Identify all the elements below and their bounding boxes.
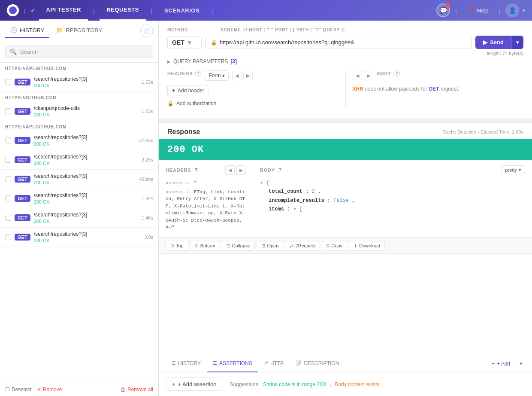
- assertions-panel: + + Add assertion Suggestions: Status co…: [159, 372, 532, 396]
- res-next-arrow-button[interactable]: ▶: [236, 165, 246, 175]
- tab-history[interactable]: ☰ HISTORY: [166, 355, 207, 372]
- body-help-icon[interactable]: ?: [394, 70, 400, 76]
- checkbox-icon: ☐: [5, 387, 10, 393]
- add-header-button[interactable]: + Add header: [167, 85, 209, 96]
- sidebar-tab-history[interactable]: 🕒 HISTORY: [5, 24, 49, 38]
- list-item[interactable]: GET /search/repositories?[3] 200 OK 372m…: [0, 131, 158, 150]
- search-input[interactable]: [20, 49, 148, 55]
- suggestion-status-code[interactable]: Status code is in range 2XX: [263, 381, 326, 387]
- list-item[interactable]: GET /search/repositories?[3] 200 OK 463m…: [0, 170, 158, 189]
- res-prev-arrow-button[interactable]: ◀: [225, 165, 235, 175]
- tab-http[interactable]: ⇄ HTTP: [258, 355, 290, 372]
- send-button[interactable]: ▶ Send: [475, 36, 511, 49]
- nav-api-tester[interactable]: API TESTER: [39, 0, 88, 21]
- toolbar-collapse-button[interactable]: ⊟ Collapse: [222, 241, 255, 251]
- sidebar-tab-repository[interactable]: 📁 REPOSITORY: [51, 24, 107, 38]
- add-button[interactable]: + + Add: [488, 359, 514, 369]
- request-time: 1.46s: [142, 215, 153, 220]
- logo[interactable]: [7, 4, 19, 16]
- response-body-code: ▾ { total_count : 2 , incomplete_results: [260, 179, 525, 214]
- user-avatar[interactable]: 👤: [505, 3, 519, 17]
- suggestion-body-content[interactable]: Body content exists: [335, 381, 379, 387]
- remove-button[interactable]: ✕ Remove: [37, 387, 62, 393]
- tab-assertions[interactable]: ☰ ASSERTIONS: [207, 355, 258, 372]
- items-arrow-icon[interactable]: ▾: [293, 206, 296, 212]
- history-tab-icon: ☰: [172, 360, 176, 366]
- list-item[interactable]: GET /search/repositories?[3] 200 OK 2.29…: [0, 150, 158, 170]
- res-body-help-icon[interactable]: ?: [278, 167, 281, 173]
- header-row: access-c… ETag, Link, Location, Retry-Af…: [166, 189, 246, 231]
- toolbar-2request-button[interactable]: ⇄ 2Request: [285, 241, 320, 251]
- list-item[interactable]: GET /search/repositories?[3] 200 OK 1.63…: [0, 73, 158, 92]
- request-info: /search/repositories?[3] 200 OK: [34, 134, 136, 146]
- list-item[interactable]: GET /search/repositories?[3] 200 OK 3.8s: [0, 228, 158, 247]
- next-arrow-button[interactable]: ▶: [243, 71, 253, 80]
- nav-requests[interactable]: REQUESTS: [100, 0, 146, 21]
- res-headers-help-icon[interactable]: ?: [194, 167, 197, 174]
- toolbar-top-button[interactable]: ⊙ Top: [166, 241, 188, 251]
- logo-inner: [9, 6, 17, 14]
- request-info: /search/repositories?[3] 200 OK: [34, 192, 138, 204]
- sidebar-action-button[interactable]: 📄: [140, 24, 153, 37]
- list-item[interactable]: GET /search/repositories?[3] 200 OK 1.46…: [0, 208, 158, 228]
- method-badge: GET: [15, 137, 30, 144]
- assertions-tab-icon: ☰: [213, 360, 217, 366]
- item-checkbox[interactable]: [5, 176, 11, 182]
- sidebar: 🕒 HISTORY 📁 REPOSITORY 📄 🔍 HTTPS://API.G…: [0, 21, 159, 396]
- add-assertion-button[interactable]: + + Add assertion: [166, 378, 223, 391]
- toolbar-copy-button[interactable]: ⎘ Copy: [322, 241, 347, 250]
- help-button[interactable]: ❓ Help: [462, 7, 494, 14]
- body-next-arrow-button[interactable]: ▶: [364, 71, 373, 80]
- query-params-row[interactable]: ▶ QUERY PARAMETERS [3]: [167, 56, 523, 65]
- headers-help-icon[interactable]: ?: [195, 70, 201, 76]
- res-headers-section-header: HEADERS ? ◀ ▶: [166, 165, 246, 175]
- request-path: /search/repositories?[3]: [34, 212, 138, 218]
- response-panels: HEADERS ? ◀ ▶ access-c… *: [159, 160, 532, 238]
- send-caret-button[interactable]: ▾: [511, 36, 523, 49]
- item-checkbox[interactable]: [5, 108, 11, 114]
- nav-scenarios[interactable]: SCENARIOS: [157, 0, 206, 21]
- url-input[interactable]: 🔒 https://api.github.com/search/reposito…: [205, 36, 472, 49]
- item-checkbox[interactable]: [5, 137, 11, 143]
- body-title: BODY ?: [377, 70, 400, 76]
- item-checkbox[interactable]: [5, 157, 11, 163]
- request-card: METHOD SCHEME :// HOST [ ":" PORT ] [ PA…: [159, 21, 532, 119]
- chevron-down-icon[interactable]: ▾: [523, 8, 525, 13]
- toolbar-open-button[interactable]: ⊞ Open: [257, 241, 283, 251]
- body-prev-arrow-button[interactable]: ◀: [353, 71, 362, 80]
- plus-icon: +: [172, 381, 175, 387]
- toolbar-download-button[interactable]: ⬇ Download: [349, 241, 385, 251]
- 2request-icon: ⇄: [290, 243, 293, 249]
- copy-icon: ⎘: [326, 243, 329, 248]
- form-select[interactable]: Form ▾: [205, 70, 229, 81]
- method-badge: GET: [15, 108, 30, 115]
- item-checkbox[interactable]: [5, 79, 11, 85]
- history-icon: 🕒: [10, 27, 17, 34]
- list-item[interactable]: GET /search/repositories?[3] 200 OK 1.42…: [0, 189, 158, 208]
- question-icon: ❓: [467, 7, 475, 14]
- send-icon: ▶: [483, 39, 487, 46]
- collapse-icon: ⊟: [227, 243, 230, 249]
- res-body-pretty-select[interactable]: pretty ▾: [501, 165, 525, 174]
- collapse-arrow-icon[interactable]: ▾: [260, 180, 263, 186]
- method-caret-icon: ▾: [188, 39, 191, 46]
- item-checkbox[interactable]: [5, 234, 11, 240]
- tab-caret-button[interactable]: ▾: [517, 359, 525, 369]
- item-checkbox[interactable]: [5, 195, 11, 201]
- add-authorization-button[interactable]: 🔓 Add authorization: [167, 99, 339, 108]
- deselect-button[interactable]: ☐ Deselect: [5, 387, 32, 393]
- get-method-text: GET: [429, 86, 439, 92]
- xhr-text: XHR: [353, 86, 363, 92]
- method-select[interactable]: GET ▾: [167, 36, 202, 49]
- tab-description[interactable]: 📝 DESCRIPTION: [290, 355, 345, 372]
- add-authorization-label: Add authorization: [176, 101, 216, 107]
- divider6: |: [499, 7, 500, 14]
- chat-icon[interactable]: 💬: [436, 3, 450, 17]
- divider3: |: [151, 7, 152, 14]
- list-item[interactable]: GET /ckanpu/qrcode-utils 200 OK 1.83s: [0, 102, 158, 121]
- item-checkbox[interactable]: [5, 215, 11, 221]
- remove-all-button[interactable]: 🗑 Remove all: [121, 387, 153, 393]
- toolbar-bottom-button[interactable]: ⊙ Bottom: [190, 241, 220, 251]
- form-label: Form: [209, 73, 221, 79]
- prev-arrow-button[interactable]: ◀: [232, 71, 242, 80]
